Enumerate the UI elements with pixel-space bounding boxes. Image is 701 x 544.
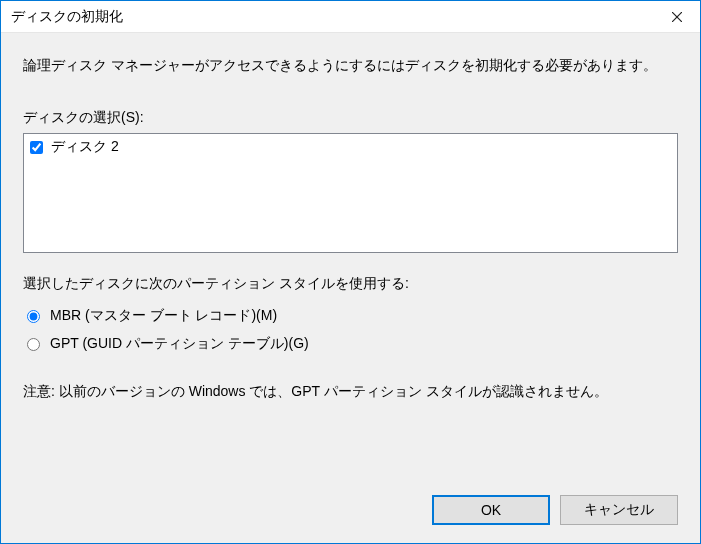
dialog-body: 論理ディスク マネージャーがアクセスできるようにするにはディスクを初期化する必要…	[1, 33, 700, 543]
dialog-buttons: OK キャンセル	[23, 495, 678, 525]
disk-item-label: ディスク 2	[51, 138, 119, 156]
radio-mbr-label: MBR (マスター ブート レコード)(M)	[50, 307, 277, 325]
radio-gpt[interactable]: GPT (GUID パーティション テーブル)(G)	[25, 335, 678, 353]
gpt-note-text: 注意: 以前のバージョンの Windows では、GPT パーティション スタイ…	[23, 383, 678, 401]
partition-style-radios: MBR (マスター ブート レコード)(M) GPT (GUID パーティション…	[25, 307, 678, 363]
close-button[interactable]	[654, 1, 700, 33]
disk-list-item[interactable]: ディスク 2	[28, 138, 673, 156]
ok-button[interactable]: OK	[432, 495, 550, 525]
select-disk-label: ディスクの選択(S):	[23, 109, 678, 127]
cancel-button[interactable]: キャンセル	[560, 495, 678, 525]
radio-gpt-label: GPT (GUID パーティション テーブル)(G)	[50, 335, 309, 353]
description-text: 論理ディスク マネージャーがアクセスできるようにするにはディスクを初期化する必要…	[23, 57, 678, 75]
close-icon	[672, 9, 682, 25]
disk-checkbox[interactable]	[30, 141, 43, 154]
initialize-disk-dialog: ディスクの初期化 論理ディスク マネージャーがアクセスできるようにするにはディス…	[0, 0, 701, 544]
titlebar: ディスクの初期化	[1, 1, 700, 33]
window-title: ディスクの初期化	[11, 8, 123, 26]
radio-mbr-input[interactable]	[27, 310, 40, 323]
disk-listbox[interactable]: ディスク 2	[23, 133, 678, 253]
radio-mbr[interactable]: MBR (マスター ブート レコード)(M)	[25, 307, 678, 325]
radio-gpt-input[interactable]	[27, 338, 40, 351]
partition-style-label: 選択したディスクに次のパーティション スタイルを使用する:	[23, 275, 678, 293]
spacer	[23, 401, 678, 495]
